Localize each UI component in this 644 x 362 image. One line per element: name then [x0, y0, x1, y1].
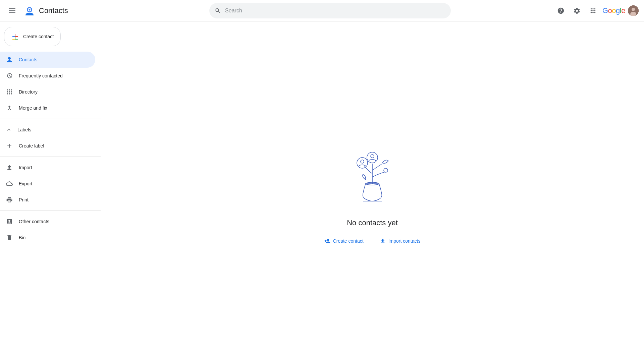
empty-state: No contacts yet Create contact Import co… — [320, 137, 425, 247]
export-icon — [5, 180, 13, 187]
sidebar-item-bin[interactable]: Bin — [0, 230, 95, 246]
export-label: Export — [19, 181, 32, 186]
print-icon — [5, 196, 13, 203]
search-icon — [215, 7, 221, 14]
svg-point-16 — [371, 155, 374, 158]
chevron-up-icon — [5, 126, 12, 133]
import-label: Import — [19, 165, 32, 170]
sidebar-item-merge-and-fix[interactable]: Merge and fix — [0, 100, 95, 116]
history-icon — [5, 72, 13, 79]
svg-point-14 — [361, 160, 364, 163]
create-contact-label: Create contact — [23, 34, 54, 39]
plus-icon — [11, 33, 19, 41]
add-person-icon — [324, 238, 330, 244]
sidebar-item-other-contacts[interactable]: Other contacts — [0, 214, 95, 230]
svg-point-8 — [632, 8, 635, 11]
hamburger-icon — [9, 7, 15, 14]
google-wordmark: Google — [602, 6, 625, 15]
search-input[interactable] — [225, 8, 445, 14]
main-content: No contacts yet Create contact Import co… — [101, 21, 644, 362]
help-button[interactable] — [554, 4, 568, 17]
directory-label: Directory — [19, 89, 38, 95]
svg-rect-1 — [9, 10, 15, 11]
frequently-contacted-label: Frequently contacted — [19, 73, 63, 78]
sidebar-item-directory[interactable]: Directory — [0, 84, 95, 100]
svg-point-6 — [29, 9, 31, 10]
header-left: Contacts — [5, 4, 106, 17]
merge-icon — [5, 105, 13, 111]
contacts-logo-icon — [23, 4, 36, 17]
bin-icon — [5, 234, 13, 241]
create-label-icon — [5, 142, 13, 149]
settings-button[interactable] — [570, 4, 584, 17]
sidebar-item-contacts[interactable]: Contacts — [0, 52, 95, 68]
help-icon — [557, 7, 565, 14]
person-icon — [5, 56, 13, 63]
avatar[interactable] — [628, 5, 639, 16]
apps-grid-icon — [589, 7, 597, 14]
other-contacts-label: Other contacts — [19, 219, 49, 224]
labels-section-header[interactable]: Labels — [0, 122, 101, 138]
import-contacts-icon — [380, 238, 386, 244]
app-logo: Contacts — [23, 4, 68, 17]
settings-icon — [573, 7, 581, 14]
google-apps-button[interactable] — [586, 4, 600, 17]
labels-section-label: Labels — [17, 127, 31, 132]
sidebar-item-export[interactable]: Export — [0, 176, 95, 192]
svg-point-15 — [367, 152, 378, 163]
directory-icon — [5, 88, 13, 95]
empty-create-contact-label: Create contact — [333, 238, 364, 244]
svg-point-17 — [384, 168, 388, 172]
sidebar-item-create-label[interactable]: Create label — [0, 138, 95, 154]
sidebar-item-import[interactable]: Import — [0, 160, 95, 176]
create-label-text: Create label — [19, 143, 44, 148]
sidebar: Create contact Contacts Frequently conta… — [0, 21, 101, 362]
empty-import-contacts-label: Import contacts — [388, 238, 421, 244]
search-bar — [209, 3, 451, 18]
user-avatar-image — [628, 5, 639, 16]
empty-import-contacts-button[interactable]: Import contacts — [376, 235, 425, 247]
body-layout: Create contact Contacts Frequently conta… — [0, 21, 644, 362]
sidebar-item-print[interactable]: Print — [0, 192, 95, 208]
print-label: Print — [19, 197, 29, 202]
header-right: Google — [554, 4, 639, 17]
contacts-nav-label: Contacts — [19, 57, 37, 62]
nav-divider-3 — [0, 210, 101, 211]
svg-point-13 — [357, 158, 368, 168]
empty-create-contact-button[interactable]: Create contact — [320, 235, 368, 247]
merge-and-fix-label: Merge and fix — [19, 105, 47, 111]
nav-divider-2 — [0, 157, 101, 157]
nav-divider-1 — [0, 119, 101, 119]
plus-multicolor-icon — [11, 33, 19, 41]
create-contact-button[interactable]: Create contact — [4, 27, 61, 46]
empty-state-title: No contacts yet — [347, 219, 398, 227]
bin-label: Bin — [19, 235, 25, 240]
sidebar-item-frequently-contacted[interactable]: Frequently contacted — [0, 68, 95, 84]
other-contacts-icon — [5, 218, 13, 225]
hamburger-button[interactable] — [5, 4, 19, 17]
search-container — [209, 3, 451, 18]
header: Contacts Google — [0, 0, 644, 21]
svg-rect-0 — [9, 8, 15, 9]
empty-state-illustration — [339, 137, 406, 210]
import-icon — [5, 164, 13, 171]
svg-rect-2 — [9, 12, 15, 13]
empty-state-actions: Create contact Import contacts — [320, 235, 425, 247]
app-title: Contacts — [39, 6, 68, 15]
